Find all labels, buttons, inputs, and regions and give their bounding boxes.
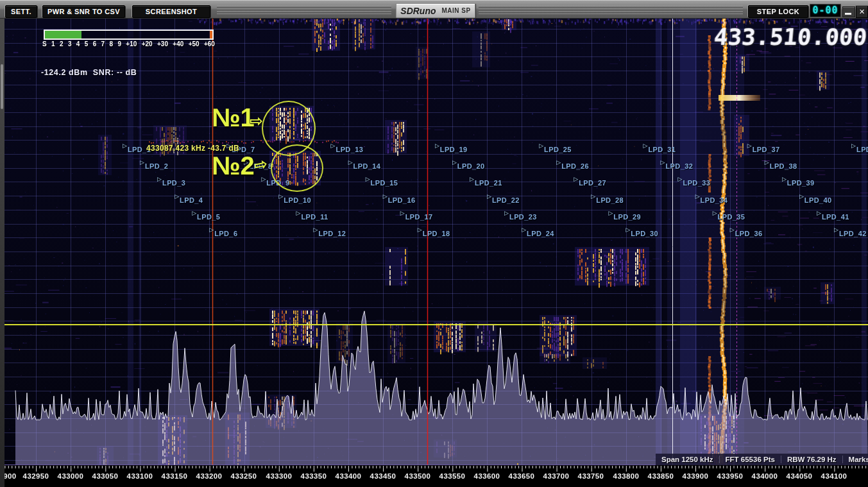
lpd-marker[interactable]: ▷LPD_22: [487, 193, 520, 204]
lpd-marker[interactable]: ▷LPD_25: [539, 142, 572, 153]
frequency-tick-label: 433950: [717, 472, 744, 480]
vfo-frequency-display[interactable]: 433.510.000: [713, 24, 868, 50]
title-bar[interactable]: SETT. PWR & SNR TO CSV SCREENSHOT SDRuno…: [0, 0, 868, 19]
lpd-marker[interactable]: ▷LPD_19: [435, 142, 468, 153]
lpd-marker[interactable]: ▷LPD_3: [157, 176, 185, 187]
settings-button[interactable]: SETT.: [5, 5, 37, 18]
lpd-marker[interactable]: ▷LPD_38: [765, 159, 797, 170]
s-meter-scale-label: +50: [189, 40, 200, 47]
s-meter-scale-label: 7: [101, 40, 105, 47]
lpd-marker[interactable]: ▷LPD_24: [522, 226, 554, 237]
lpd-marker[interactable]: ▷LPD_30: [625, 226, 658, 237]
lpd-marker[interactable]: ▷LPD_36: [730, 226, 763, 237]
lpd-flag-icon: ▷: [522, 226, 526, 233]
frequency-tick-label: 433050: [92, 472, 119, 480]
lpd-marker[interactable]: ▷LPD_37: [747, 142, 780, 153]
lpd-marker[interactable]: ▷LPD_20: [452, 159, 485, 170]
lpd-marker-label: LPD_33: [683, 179, 711, 187]
s-meter-scale-label: +10: [126, 40, 137, 47]
lpd-flag-icon: ▷: [383, 193, 387, 200]
lpd-marker[interactable]: ▷LPD_4: [174, 193, 203, 204]
frequency-tick-label: 433000: [58, 472, 84, 480]
spectrum-waterfall-canvas[interactable]: [0, 18, 868, 487]
frequency-tick-label: 433600: [474, 472, 500, 480]
lpd-marker[interactable]: ▷LPD_6: [209, 226, 237, 237]
lpd-marker[interactable]: ▷LPD_16: [383, 193, 416, 204]
lpd-marker[interactable]: ▷LPD_17: [400, 210, 433, 221]
window-edge-grip: [1, 64, 3, 109]
lpd-flag-icon: ▷: [574, 176, 578, 182]
frequency-tick-label: 433150: [162, 472, 188, 480]
lpd-marker[interactable]: ▷LPD_34: [695, 193, 728, 204]
annotation-1-label: №1: [212, 103, 255, 132]
panel-name: MAIN SP: [442, 7, 471, 14]
frequency-tick-label: 433500: [405, 472, 431, 480]
lpd-marker-label: LPD_35: [718, 213, 745, 221]
lpd-marker[interactable]: ▷LPD_29: [608, 210, 641, 221]
status-bar: Span 1250 kHz FFT 65536 Pts RBW 76.29 Hz…: [656, 454, 868, 465]
lpd-marker[interactable]: ▷LPD_21: [470, 176, 502, 187]
sdruno-main-sp-window: 0 dBm-5-10-15-20-25-30-35-40-45-50-55-60…: [0, 0, 868, 487]
lpd-marker[interactable]: ▷LPD_14: [348, 159, 381, 170]
s-meter-scale-label: S: [42, 40, 47, 47]
lpd-flag-icon: ▷: [834, 226, 838, 233]
lpd-flag-icon: ▷: [591, 193, 595, 200]
lpd-marker[interactable]: ▷LPD_23: [504, 210, 537, 221]
lpd-flag-icon: ▷: [296, 210, 301, 216]
close-button[interactable]: ✕: [856, 6, 868, 18]
lpd-marker-label: LPD_15: [371, 179, 398, 187]
s-meter[interactable]: [44, 30, 214, 40]
lpd-marker[interactable]: ▷LPD_18: [418, 226, 450, 237]
frequency-tick-label: 433450: [370, 472, 396, 480]
lpd-marker[interactable]: ▷LPD_40: [799, 193, 832, 204]
lpd-flag-icon: ▷: [157, 176, 162, 182]
lpd-marker[interactable]: ▷LPD_33: [678, 176, 711, 187]
lpd-flag-icon: ▷: [366, 176, 370, 182]
lpd-marker[interactable]: ▷LPD_41: [817, 210, 849, 221]
lpd-marker[interactable]: ▷LPD_2: [140, 159, 168, 170]
lpd-marker[interactable]: ▷LPD_15: [366, 176, 398, 187]
app-brand: SDRuno: [400, 6, 436, 16]
lpd-marker[interactable]: ▷LPD_28: [591, 193, 624, 204]
lpd-marker-label: LPD_6: [214, 230, 237, 237]
s-meter-scale-label: 8: [109, 40, 113, 47]
frequency-tick-label: 433850: [648, 472, 674, 480]
lpd-marker[interactable]: ▷LPD_39: [782, 176, 815, 187]
lpd-marker-label: LPD_13: [336, 146, 364, 153]
s-meter-fill: [45, 31, 81, 38]
minimize-button[interactable]: [842, 6, 855, 17]
lpd-marker[interactable]: ▷LPD_12: [314, 226, 346, 237]
step-size-display: 0-00: [810, 4, 841, 17]
lpd-flag-icon: ▷: [140, 159, 144, 166]
s-meter-scale-label: 3: [68, 40, 72, 47]
lpd-marker[interactable]: ▷LPD_10: [278, 193, 311, 204]
step-lock-button[interactable]: STEP LOCK: [748, 5, 808, 18]
lpd-marker[interactable]: ▷LPD_42: [834, 226, 867, 237]
lpd-flag-icon: ▷: [278, 193, 283, 200]
spectrum-display[interactable]: 0 dBm-5-10-15-20-25-30-35-40-45-50-55-60…: [0, 0, 868, 487]
power-value: -124.2 dBm: [41, 68, 88, 77]
lpd-flag-icon: ▷: [539, 142, 543, 149]
lpd-marker-label: LPD_28: [596, 196, 624, 204]
lpd-flag-icon: ▷: [192, 210, 196, 216]
screenshot-button[interactable]: SCREENSHOT: [132, 5, 210, 18]
lpd-marker-label: LPD_39: [787, 179, 815, 187]
lpd-marker-label: LPD_25: [544, 146, 572, 153]
lpd-flag-icon: ▷: [487, 193, 491, 200]
lpd-flag-icon: ▷: [418, 226, 422, 233]
lpd-marker-label: LPD_31: [648, 146, 676, 153]
lpd-marker[interactable]: ▷LPD_27: [574, 176, 606, 187]
lpd-marker[interactable]: ▷LPD_13: [331, 142, 364, 153]
lpd-flag-icon: ▷: [608, 210, 613, 216]
lpd-marker[interactable]: ▷LPD_5: [192, 210, 220, 221]
lpd-marker[interactable]: ▷LPD: [851, 142, 868, 153]
frequency-tick-label: 434100: [821, 472, 847, 480]
pwr-snr-to-csv-button[interactable]: PWR & SNR TO CSV: [42, 5, 125, 18]
lpd-marker[interactable]: ▷LPD_31: [643, 142, 676, 153]
lpd-marker-label: LPD_36: [735, 230, 763, 237]
lpd-marker[interactable]: ▷LPD_32: [661, 159, 694, 170]
lpd-marker[interactable]: ▷LPD_26: [556, 159, 589, 170]
lpd-marker-label: LPD_24: [527, 230, 554, 237]
lpd-marker[interactable]: ▷LPD_35: [713, 210, 745, 221]
lpd-marker[interactable]: ▷LPD_11: [296, 210, 328, 221]
